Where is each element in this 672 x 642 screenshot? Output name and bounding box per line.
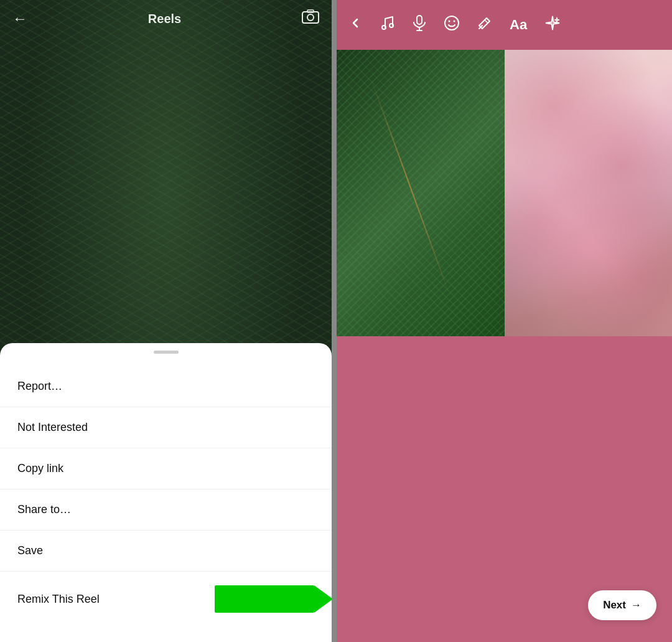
copy-link-label: Copy link: [17, 462, 314, 475]
reels-title: Reels: [148, 12, 181, 26]
right-header-toolbar: Aa: [337, 0, 672, 50]
svg-point-3: [382, 26, 386, 29]
sheet-item-save[interactable]: Save: [0, 531, 332, 572]
next-label: Next: [603, 599, 626, 611]
face-icon[interactable]: [444, 15, 460, 35]
share-to-label: Share to…: [17, 503, 314, 516]
not-interested-label: Not Interested: [17, 421, 314, 434]
save-label: Save: [17, 544, 314, 557]
panel-divider: [332, 0, 337, 642]
svg-point-4: [390, 24, 393, 27]
sheet-item-copy-link[interactable]: Copy link: [0, 448, 332, 489]
sheet-handle: [154, 351, 179, 354]
sparkle-icon[interactable]: [544, 15, 561, 35]
green-arrow-decoration: [215, 585, 314, 613]
fern-background: [0, 0, 332, 349]
svg-rect-0: [302, 12, 319, 23]
bottom-sheet: Report… Not Interested Copy link Share t…: [0, 343, 332, 642]
sheet-item-remix[interactable]: Remix This Reel: [0, 572, 332, 626]
left-panel: ← Reels Report… Not Interested Copy link…: [0, 0, 332, 642]
right-content: Next →: [337, 50, 672, 642]
back-button[interactable]: ←: [12, 10, 27, 27]
next-arrow-icon: →: [631, 599, 642, 611]
music-icon[interactable]: [379, 15, 395, 35]
remix-label: Remix This Reel: [17, 593, 205, 606]
fern-photo: [337, 50, 505, 336]
back-icon[interactable]: [349, 17, 362, 33]
pen-icon[interactable]: [477, 16, 492, 34]
svg-point-10: [454, 21, 455, 22]
text-icon[interactable]: Aa: [510, 17, 527, 33]
svg-point-8: [445, 16, 459, 30]
svg-point-9: [449, 21, 450, 22]
sheet-item-not-interested[interactable]: Not Interested: [0, 407, 332, 448]
svg-rect-5: [417, 16, 422, 24]
right-panel: Aa Next →: [337, 0, 672, 642]
arrow-body: [215, 585, 314, 613]
mic-icon[interactable]: [413, 15, 426, 35]
next-button[interactable]: Next →: [588, 590, 656, 620]
sheet-item-report[interactable]: Report…: [0, 366, 332, 407]
svg-point-1: [307, 14, 314, 21]
sheet-item-share-to[interactable]: Share to…: [0, 489, 332, 531]
reels-header: ← Reels: [0, 0, 332, 37]
blossom-photo: [505, 50, 673, 336]
photos-row: [337, 50, 672, 336]
report-label: Report…: [17, 380, 314, 393]
camera-button[interactable]: [302, 9, 319, 28]
